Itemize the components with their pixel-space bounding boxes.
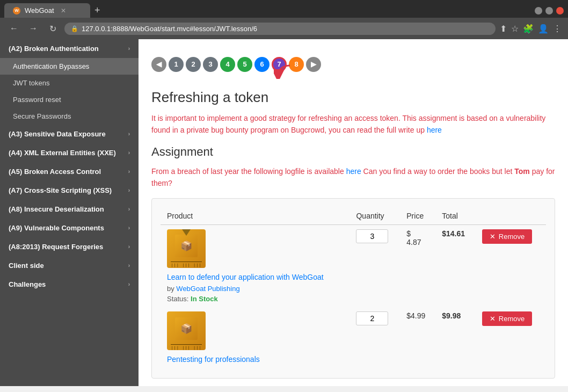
maximize-button[interactable]: □ (545, 7, 553, 14)
sidebar-section-a2-label: (A2) Broken Authentication (9, 45, 99, 53)
chevron-right-icon-a5: › (128, 169, 130, 175)
product-image-1: 📦 ||| ||| ||| (167, 229, 206, 268)
barcode-icon-2: ||| ||| ||| (171, 344, 201, 350)
sidebar-item-password-reset[interactable]: Password reset (0, 91, 139, 108)
bookmark-button[interactable]: ☆ (511, 24, 519, 34)
product-title-1[interactable]: Learn to defend your application with We… (167, 272, 343, 283)
share-button[interactable]: ⬆ (500, 24, 507, 34)
active-tab[interactable]: W WebGoat ✕ (4, 3, 90, 18)
page-8-button[interactable]: 8 (289, 57, 304, 72)
page-7-button[interactable]: 7 (272, 57, 287, 72)
sidebar-header-a4[interactable]: (A4) XML External Entities (XXE) › (0, 143, 139, 162)
new-tab-button[interactable]: + (94, 5, 100, 16)
pagination-row: ◀ 1 2 3 4 5 6 7 8 ▶ (151, 48, 555, 89)
quantity-input-2[interactable] (356, 311, 388, 325)
page-2-button[interactable]: 2 (186, 57, 201, 72)
assignment-title: Assignment (151, 145, 555, 159)
intro-link[interactable]: here (427, 126, 442, 134)
action-cell-1: ✕ Remove (476, 224, 546, 307)
forward-button[interactable]: → (26, 21, 41, 36)
col-price: Price (400, 207, 435, 225)
remove-x-icon-1: ✕ (490, 233, 496, 241)
table-row: 📦 ||| ||| ||| Learn to defend your appli… (161, 224, 546, 307)
intro-text-content: It is important to implement a good stra… (151, 114, 545, 134)
sidebar-header-a3[interactable]: (A3) Sensitive Data Exposure › (0, 125, 139, 143)
window-controls: − □ ✕ (535, 7, 564, 14)
col-quantity: Quantity (349, 207, 400, 225)
assignment-bold-name: Tom (514, 167, 530, 176)
address-bar[interactable]: 🔒 127.0.0.1:8888/WebGoat/start.mvc#lesso… (64, 23, 496, 35)
total-cell-1: $14.61 (435, 224, 476, 307)
product-cell-2: 📦 ||| ||| ||| Pentesting for professiona… (161, 307, 349, 369)
cart-container: Product Quantity Price Total (151, 198, 555, 379)
close-button[interactable]: ✕ (556, 7, 564, 14)
refresh-button[interactable]: ↻ (45, 21, 60, 36)
sidebar-section-a8-2013-label: (A8:2013) Request Forgeries (9, 243, 103, 251)
product-title-2[interactable]: Pentesting for professionals (167, 354, 343, 365)
sidebar: (A2) Broken Authentication › Authenticat… (0, 39, 139, 386)
intro-text: It is important to implement a good stra… (151, 112, 555, 136)
page-1-button[interactable]: 1 (169, 57, 184, 72)
barcode-icon: ||| ||| ||| (171, 262, 201, 267)
lock-icon: 🔒 (71, 25, 78, 32)
sidebar-section-client-side: Client side › (0, 256, 139, 275)
tab-close-button[interactable]: ✕ (61, 7, 66, 14)
quantity-input-1[interactable] (356, 229, 388, 243)
sidebar-section-a7: (A7) Cross-Site Scripting (XSS) › (0, 181, 139, 200)
col-action (476, 207, 546, 225)
chevron-right-icon-challenges: › (128, 281, 130, 287)
remove-button-2[interactable]: ✕ Remove (482, 311, 532, 326)
sidebar-header-a8-2013[interactable]: (A8:2013) Request Forgeries › (0, 237, 139, 256)
table-row: 📦 ||| ||| ||| Pentesting for professiona… (161, 307, 546, 369)
assignment-text-part2: Can you find a way to order the books bu… (363, 167, 515, 176)
sidebar-header-challenges[interactable]: Challenges › (0, 275, 139, 294)
menu-button[interactable]: ⋮ (553, 24, 562, 34)
prev-page-button[interactable]: ◀ (151, 57, 166, 72)
chevron-right-icon-a7: › (128, 187, 130, 193)
total-display-2: $9.98 (442, 311, 461, 320)
action-cell-2: ✕ Remove (476, 307, 546, 369)
price-cell-1: $4.87 (400, 224, 435, 307)
page-3-button[interactable]: 3 (203, 57, 218, 72)
chevron-right-icon-a8-2013: › (128, 244, 130, 250)
page-4-button[interactable]: 4 (220, 57, 235, 72)
product-image-2: 📦 ||| ||| ||| (167, 311, 206, 350)
back-button[interactable]: ← (6, 21, 21, 36)
product-author-1: by WebGoat Publishing (167, 285, 343, 293)
sidebar-header-a8[interactable]: (A8) Insecure Deserialization › (0, 200, 139, 219)
sidebar-header-a5[interactable]: (A5) Broken Access Control › (0, 162, 139, 181)
sidebar-header-a7[interactable]: (A7) Cross-Site Scripting (XSS) › (0, 181, 139, 200)
product-cell-1: 📦 ||| ||| ||| Learn to defend your appli… (161, 224, 349, 307)
col-total: Total (435, 207, 476, 225)
sidebar-header-client-side[interactable]: Client side › (0, 256, 139, 275)
extensions-button[interactable]: 🧩 (523, 24, 534, 34)
sidebar-item-auth-bypasses[interactable]: Authentication Bypasses (0, 58, 139, 75)
sidebar-section-a4: (A4) XML External Entities (XXE) › (0, 143, 139, 162)
sidebar-item-secure-passwords[interactable]: Secure Passwords (0, 108, 139, 125)
author-link-1[interactable]: WebGoat Publishing (176, 285, 239, 293)
sidebar-header-a9[interactable]: (A9) Vulnerable Components › (0, 219, 139, 237)
quantity-cell-2 (349, 307, 400, 369)
page-5-button[interactable]: 5 (237, 57, 252, 72)
total-display-1: $14.61 (442, 229, 465, 238)
chevron-right-icon-a8: › (128, 206, 130, 212)
col-product: Product (161, 207, 349, 225)
sidebar-section-a9-label: (A9) Vulnerable Components (9, 224, 104, 232)
tab-bar: W WebGoat ✕ + − □ ✕ (0, 0, 568, 18)
sidebar-section-challenges-label: Challenges (9, 280, 46, 288)
sidebar-item-jwt-tokens[interactable]: JWT tokens (0, 75, 139, 91)
sidebar-header-a2[interactable]: (A2) Broken Authentication › (0, 39, 139, 58)
remove-button-1[interactable]: ✕ Remove (482, 229, 532, 244)
sidebar-section-a8: (A8) Insecure Deserialization › (0, 200, 139, 219)
tab-title: WebGoat (25, 6, 54, 14)
page-6-button[interactable]: 6 (254, 57, 270, 72)
price-display-2: $4.99 (406, 311, 425, 320)
profile-button[interactable]: 👤 (538, 24, 549, 34)
chevron-right-icon-a9: › (128, 225, 130, 231)
page-title: Refreshing a token (151, 89, 555, 106)
chevron-right-icon-a3: › (128, 131, 130, 137)
minimize-button[interactable]: − (535, 7, 542, 14)
remove-x-icon-2: ✕ (490, 315, 496, 323)
next-page-button[interactable]: ▶ (306, 57, 321, 72)
assignment-here-link[interactable]: here (346, 167, 361, 176)
